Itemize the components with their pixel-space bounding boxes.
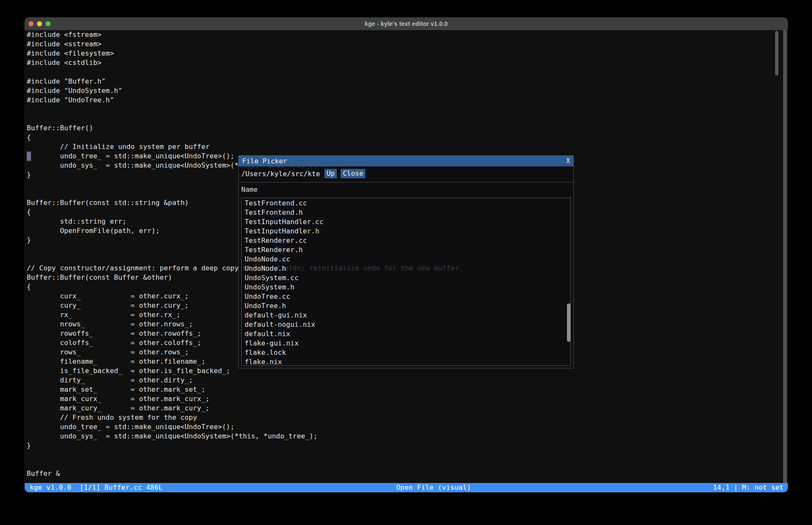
close-button[interactable]: Close xyxy=(341,169,365,178)
current-path-label: /Users/kyle/src/kte xyxy=(241,170,320,178)
status-bar: kge v1.0.0 [1/1] Buffer.cc 486L Open Fil… xyxy=(25,483,788,492)
dialog-title: File Picker xyxy=(242,157,287,165)
file-row[interactable]: UndoSystem.h xyxy=(242,283,570,292)
code-line[interactable] xyxy=(27,67,463,77)
editor-scrollbar-thumb[interactable] xyxy=(775,31,778,76)
dialog-titlebar[interactable]: File Picker X xyxy=(238,155,574,166)
code-line[interactable]: mark_curx_ = other.mark_curx_; xyxy=(27,394,463,404)
code-line[interactable] xyxy=(27,450,463,460)
code-line[interactable]: #include "UndoSystem.h" xyxy=(27,86,463,95)
code-line[interactable]: #include <sstream> xyxy=(27,39,463,49)
dialog-close-icon[interactable]: X xyxy=(566,157,570,165)
file-row[interactable]: UndoSystem.cc xyxy=(242,273,570,283)
desktop: { "window": { "title": "kge - kyle's tex… xyxy=(0,0,812,525)
code-line[interactable]: } xyxy=(27,441,463,450)
file-picker-dialog: File Picker X /Users/kyle/src/kte Up Clo… xyxy=(238,155,574,368)
traffic-lights xyxy=(25,17,51,30)
code-line[interactable] xyxy=(27,114,463,124)
file-row[interactable]: UndoNode.cc xyxy=(242,255,570,264)
file-list[interactable]: TestFrontend.ccTestFrontend.hTestInputHa… xyxy=(241,198,571,366)
app-window: #include <fstream>#include <sstream>#inc… xyxy=(25,17,788,492)
path-row: /Users/kyle/src/kte Up Close xyxy=(241,169,365,178)
code-line[interactable]: undo_tree_ = std::make_unique<UndoTree>(… xyxy=(27,422,463,432)
file-list-scrollbar-thumb[interactable] xyxy=(567,303,571,342)
status-mode: Open File (visual) xyxy=(396,483,471,492)
file-row[interactable]: TestInputHandler.cc xyxy=(242,217,570,227)
file-row[interactable]: TestFrontend.h xyxy=(242,208,570,217)
code-line[interactable]: { xyxy=(27,133,463,142)
path-separator xyxy=(239,182,573,182)
file-row[interactable]: flake.lock xyxy=(242,348,570,357)
file-row[interactable]: default-nogui.nix xyxy=(242,320,570,329)
file-row[interactable]: UndoTree.h xyxy=(242,301,570,311)
code-line[interactable]: mark_set_ = other.mark_set_; xyxy=(27,385,463,394)
code-line[interactable]: #include <filesystem> xyxy=(27,49,463,58)
window-title: kge - kyle's text editor v1.0.0 xyxy=(365,20,448,27)
file-row[interactable]: TestRenderer.h xyxy=(242,245,570,255)
file-row[interactable]: TestFrontend.cc xyxy=(242,199,570,208)
zoom-window-button[interactable] xyxy=(45,21,51,26)
minimize-window-button[interactable] xyxy=(37,21,42,26)
code-line[interactable]: Buffer & xyxy=(27,469,463,478)
file-row[interactable]: TestRenderer.cc xyxy=(242,236,570,245)
code-line[interactable] xyxy=(27,105,463,114)
file-row[interactable]: default-gui.nix xyxy=(242,311,570,320)
editor-scrollbar-track[interactable] xyxy=(783,30,787,483)
code-line[interactable]: #include "Buffer.h" xyxy=(27,77,463,86)
status-cursor-mark: 14,1 | M: not set xyxy=(713,483,784,492)
file-rows: TestFrontend.ccTestFrontend.hTestInputHa… xyxy=(242,199,570,366)
column-header-name: Name xyxy=(241,185,258,194)
file-row[interactable]: UndoTree.cc xyxy=(242,292,570,301)
code-line[interactable]: mark_cury_ = other.mark_cury_; xyxy=(27,404,463,413)
file-row[interactable]: flake-gui.nix xyxy=(242,339,570,348)
close-window-button[interactable] xyxy=(28,21,34,26)
code-line[interactable]: // Fresh undo system for the copy xyxy=(27,413,463,422)
code-line[interactable] xyxy=(27,460,463,469)
status-version-file: kge v1.0.0 [1/1] Buffer.cc 486L xyxy=(30,483,163,492)
code-line[interactable]: undo_sys_ = std::make_unique<UndoSystem>… xyxy=(27,432,463,441)
code-line[interactable]: dirty_ = other.dirty_; xyxy=(27,376,463,385)
up-button[interactable]: Up xyxy=(324,169,337,178)
code-line[interactable]: #include <cstdlib> xyxy=(27,58,463,67)
code-line[interactable]: #include <fstream> xyxy=(27,30,463,39)
code-line[interactable]: #include "UndoTree.h" xyxy=(27,95,463,105)
dialog-body: /Users/kyle/src/kte Up Close Name TestFr… xyxy=(238,166,574,368)
file-row[interactable]: TestInputHandler.h xyxy=(242,227,570,236)
file-row[interactable]: default.nix xyxy=(242,329,570,339)
file-row[interactable]: UndoNode.h xyxy=(242,264,570,273)
window-titlebar[interactable]: kge - kyle's text editor v1.0.0 xyxy=(25,17,788,30)
text-cursor xyxy=(27,152,31,161)
code-line[interactable]: Buffer::Buffer() xyxy=(27,124,463,133)
code-line[interactable]: // Initialize undo system per buffer xyxy=(27,142,463,152)
file-row[interactable]: flake.nix xyxy=(242,357,570,366)
